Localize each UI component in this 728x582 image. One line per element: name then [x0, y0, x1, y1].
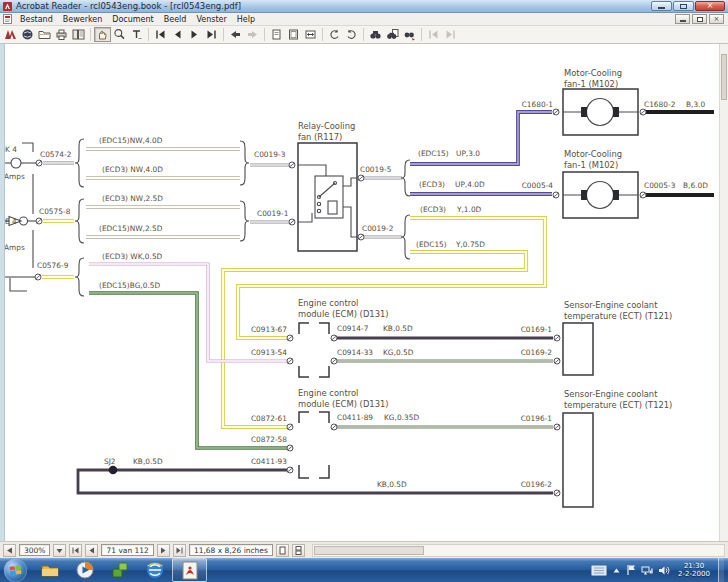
- wire-bg-0.5d: [89, 293, 287, 448]
- menu-bestand[interactable]: Bestand: [15, 15, 58, 24]
- horizontal-scrollbar[interactable]: [312, 544, 725, 557]
- window-titlebar: Acrobat Reader - rcl0543eng.book - [rcl0…: [0, 0, 728, 13]
- taskbar-acrobat-reader-button[interactable]: [172, 558, 207, 582]
- open-button[interactable]: [36, 27, 53, 42]
- relay-box: [298, 143, 358, 251]
- action-center-flag-icon[interactable]: [626, 564, 636, 576]
- label-c0169-2: C0169-2: [521, 348, 552, 357]
- label-b-3.0: B,3.0: [686, 100, 705, 109]
- label-fuse1: K 4: [5, 145, 17, 154]
- last-page-icon: [205, 28, 218, 41]
- maximize-button[interactable]: [673, 1, 694, 11]
- rotate-right-button[interactable]: [343, 27, 360, 42]
- label-c0872-58: C0872-58: [251, 435, 287, 444]
- first-page-icon: [71, 546, 80, 555]
- previous-highlight-button[interactable]: [425, 27, 442, 42]
- label-c0574-2: C0574-2: [40, 150, 71, 159]
- label-wire-pair2-2: (EDC15)NW,2.5D: [99, 224, 163, 233]
- start-button[interactable]: [4, 559, 27, 582]
- label-c0411-89: C0411-89: [337, 413, 373, 422]
- binoculars-page-icon: [386, 28, 399, 41]
- acrobat-online-button[interactable]: [19, 27, 36, 42]
- close-button[interactable]: ×: [695, 1, 725, 11]
- fit-page-icon: [287, 28, 300, 41]
- wire-kb-ground: [78, 470, 553, 493]
- document-page[interactable]: K 4 Amps C0574-2 (EDC15)NW,4.0D (ECD3) N…: [0, 44, 728, 541]
- document-close-button[interactable]: ×: [709, 14, 724, 24]
- minimize-icon: [680, 20, 686, 22]
- previous-view-button[interactable]: [227, 27, 244, 42]
- chevron-down-icon: [55, 546, 64, 555]
- taskbar-media-player-button[interactable]: [67, 558, 102, 582]
- next-highlight-icon: [444, 28, 457, 41]
- volume-icon[interactable]: [658, 565, 670, 576]
- search-button[interactable]: [384, 27, 401, 42]
- last-page-status-button[interactable]: [173, 544, 186, 557]
- next-view-button[interactable]: [244, 27, 261, 42]
- fit-page-button[interactable]: [285, 27, 302, 42]
- label-c0169-1: C0169-1: [521, 325, 553, 334]
- menu-help[interactable]: Help: [232, 15, 260, 24]
- document-minimize-button[interactable]: [675, 14, 690, 24]
- menu-beeld[interactable]: Beeld: [159, 15, 192, 24]
- show-desktop-button[interactable]: [718, 558, 724, 582]
- label-wire-pair1-1: (EDC15)NW,4.0D: [99, 136, 163, 145]
- find-button[interactable]: [367, 27, 384, 42]
- search-results-button[interactable]: [401, 27, 418, 42]
- next-highlight-button[interactable]: [442, 27, 459, 42]
- text-select-tool-button[interactable]: [128, 27, 145, 42]
- vertical-scrollbar[interactable]: [719, 44, 728, 541]
- label-wire-pair1-2: (ECD3) NW,4.0D: [102, 165, 163, 174]
- nav-pane-icon: [72, 28, 85, 41]
- globe-icon: [21, 28, 34, 41]
- next-page-button[interactable]: [186, 27, 203, 42]
- label-sj2: SJ2: [104, 457, 116, 466]
- label-fuse2: E 4: [5, 217, 17, 226]
- canvas-split-button[interactable]: [3, 544, 16, 557]
- minimize-icon: [658, 7, 665, 9]
- toolbar-separator: [421, 28, 422, 41]
- horizontal-scrollbar-thumb[interactable]: [314, 546, 424, 555]
- menu-bewerken[interactable]: Bewerken: [58, 15, 108, 24]
- taskbar-internet-explorer-button[interactable]: [137, 558, 172, 582]
- close-icon: ×: [707, 2, 714, 10]
- zoom-dropdown-button[interactable]: [53, 544, 66, 557]
- previous-highlight-icon: [427, 28, 440, 41]
- motor1-box: [563, 89, 638, 135]
- continuous-layout-button[interactable]: [292, 544, 305, 557]
- vertical-scrollbar-thumb[interactable]: [721, 54, 727, 100]
- last-page-button[interactable]: [203, 27, 220, 42]
- print-button[interactable]: [53, 27, 70, 42]
- toolbar-separator: [322, 28, 323, 41]
- first-page-icon: [154, 28, 167, 41]
- label-c1680-2: C1680-2: [644, 100, 675, 109]
- previous-page-button[interactable]: [169, 27, 186, 42]
- actual-size-button[interactable]: [268, 27, 285, 42]
- previous-page-status-button[interactable]: [85, 544, 98, 557]
- acrobat-logo-button[interactable]: [2, 27, 19, 42]
- label-sensor1-title2: temperature (ECT) (T121): [564, 311, 672, 321]
- zoom-level-value[interactable]: 300%: [19, 544, 50, 556]
- document-restore-button[interactable]: [692, 14, 707, 24]
- nav-pane-button[interactable]: [70, 27, 87, 42]
- menu-venster[interactable]: Venster: [191, 15, 231, 24]
- page-indicator[interactable]: 71 van 112: [101, 544, 153, 556]
- hidden-icons-chevron-icon[interactable]: [612, 566, 621, 575]
- zoom-tool-button[interactable]: [111, 27, 128, 42]
- first-page-status-button[interactable]: [69, 544, 82, 557]
- label-pair5-val1: Y,1.0D: [456, 205, 482, 214]
- menu-document[interactable]: Document: [107, 15, 158, 24]
- taskbar-green-app-button[interactable]: [102, 558, 137, 582]
- single-page-layout-button[interactable]: [276, 544, 289, 557]
- network-icon[interactable]: [641, 565, 653, 576]
- hand-tool-button[interactable]: [94, 27, 111, 42]
- taskbar-explorer-button[interactable]: [32, 558, 67, 582]
- fit-width-button[interactable]: [302, 27, 319, 42]
- minimize-button[interactable]: [651, 1, 672, 11]
- next-page-status-button[interactable]: [157, 544, 170, 557]
- rotate-left-button[interactable]: [326, 27, 343, 42]
- label-sensor2-title1: Sensor-Engine coolant: [564, 389, 658, 399]
- first-page-button[interactable]: [152, 27, 169, 42]
- keyboard-language-icon[interactable]: [591, 565, 607, 576]
- taskbar-clock[interactable]: 21:30 2-2-2000: [675, 562, 713, 578]
